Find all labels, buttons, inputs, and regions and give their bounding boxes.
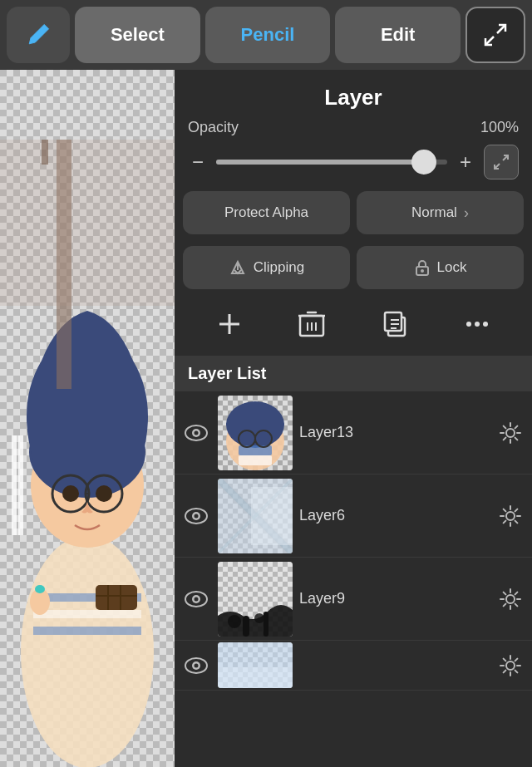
action-row xyxy=(175,301,532,356)
svg-point-47 xyxy=(466,322,471,327)
clip-row: Clipping Lock xyxy=(175,246,532,301)
svg-point-70 xyxy=(195,597,199,601)
list-item: Layer9 xyxy=(175,558,532,641)
delete-layer-button[interactable] xyxy=(292,304,332,344)
svg-rect-75 xyxy=(264,612,268,637)
layer-settings-button[interactable] xyxy=(495,418,525,448)
layer-title: Layer xyxy=(175,70,532,119)
svg-point-9 xyxy=(21,535,154,767)
canvas-area xyxy=(0,70,175,767)
opacity-expand-button[interactable] xyxy=(484,145,519,179)
svg-rect-7 xyxy=(12,435,17,535)
svg-rect-20 xyxy=(96,585,137,610)
svg-rect-66 xyxy=(251,487,293,545)
svg-rect-12 xyxy=(33,627,141,635)
mode-row: Protect Alpha Normal › xyxy=(175,191,532,246)
svg-point-59 xyxy=(506,429,515,437)
layer-name: Layer9 xyxy=(299,590,489,607)
svg-rect-56 xyxy=(239,455,272,465)
layer-settings-button[interactable] xyxy=(495,584,525,614)
layer-visibility-toggle[interactable] xyxy=(181,418,211,448)
svg-point-72 xyxy=(228,615,241,628)
pencil-button[interactable]: Pencil xyxy=(205,7,331,63)
copy-layer-button[interactable] xyxy=(375,304,415,344)
layer-settings-button[interactable] xyxy=(495,501,525,531)
layer-thumbnail xyxy=(218,562,293,637)
svg-rect-11 xyxy=(33,610,141,618)
list-item: Layer6 xyxy=(175,474,532,558)
svg-point-19 xyxy=(96,485,112,502)
svg-point-67 xyxy=(506,512,515,520)
svg-point-52 xyxy=(195,430,199,435)
svg-line-1 xyxy=(485,37,494,45)
add-layer-button[interactable] xyxy=(209,304,249,344)
layer-thumbnail xyxy=(218,479,293,553)
protect-alpha-button[interactable]: Protect Alpha xyxy=(183,191,350,234)
layer-visibility-toggle[interactable] xyxy=(181,651,211,681)
select-button[interactable]: Select xyxy=(75,7,200,63)
expand-button[interactable] xyxy=(466,7,525,63)
canvas-image xyxy=(0,70,175,767)
blend-mode-button[interactable]: Normal › xyxy=(357,191,524,234)
list-item: Layer13 xyxy=(175,391,532,474)
opacity-slider[interactable] xyxy=(216,160,447,165)
layer-thumbnail xyxy=(218,396,293,470)
pencil-tool-button[interactable] xyxy=(7,7,70,63)
right-panel: Layer Opacity 100% − + xyxy=(175,70,532,767)
layer-list-section: Layer List xyxy=(175,356,532,767)
svg-point-62 xyxy=(195,514,199,518)
svg-rect-28 xyxy=(0,140,175,306)
svg-point-18 xyxy=(62,485,79,502)
lock-button[interactable]: Lock xyxy=(357,246,524,289)
svg-point-79 xyxy=(195,663,199,667)
edit-button[interactable]: Edit xyxy=(335,7,461,63)
svg-rect-74 xyxy=(243,616,249,637)
svg-point-25 xyxy=(35,585,45,593)
layer-list-header: Layer List xyxy=(175,356,532,391)
toolbar: Select Pencil Edit xyxy=(0,0,532,70)
slider-plus-button[interactable]: + xyxy=(456,150,475,174)
layer-visibility-toggle[interactable] xyxy=(181,501,211,531)
layer-settings-button[interactable] xyxy=(495,651,525,681)
layer-name: Layer13 xyxy=(299,424,489,441)
svg-rect-81 xyxy=(218,667,293,688)
list-item xyxy=(175,641,532,691)
svg-line-0 xyxy=(497,25,505,33)
slider-minus-button[interactable]: − xyxy=(188,150,208,174)
slider-thumb[interactable] xyxy=(411,150,436,175)
opacity-section: Opacity 100% − + xyxy=(175,119,532,191)
svg-point-34 xyxy=(421,269,424,273)
svg-point-49 xyxy=(483,322,488,327)
layer-thumbnail xyxy=(218,642,293,688)
opacity-value: 100% xyxy=(480,119,519,136)
svg-point-82 xyxy=(506,661,515,670)
clipping-button[interactable]: Clipping xyxy=(183,246,350,289)
chevron-right-icon: › xyxy=(464,204,469,222)
svg-point-48 xyxy=(475,322,480,327)
svg-point-73 xyxy=(254,613,264,623)
more-options-button[interactable] xyxy=(457,304,497,344)
slider-fill xyxy=(216,160,424,165)
layer-visibility-toggle[interactable] xyxy=(181,584,211,614)
layer-name: Layer6 xyxy=(299,507,489,524)
svg-point-76 xyxy=(506,595,515,603)
opacity-label: Opacity xyxy=(188,119,239,136)
svg-rect-8 xyxy=(18,435,23,535)
